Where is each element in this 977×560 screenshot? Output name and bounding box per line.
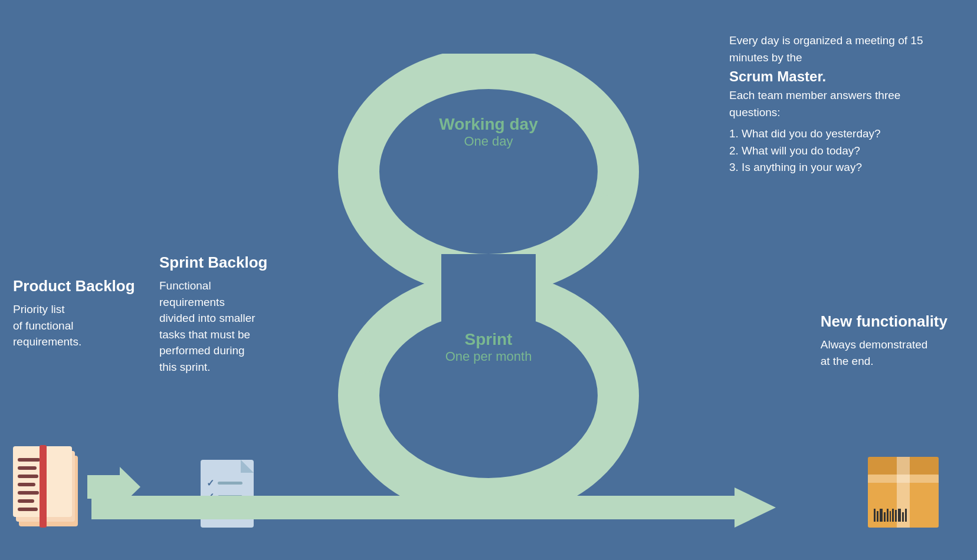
svg-rect-2 [441, 254, 536, 325]
daily-scrum-intro: Every day is organized a meeting of 15 m… [729, 34, 923, 64]
sprint-backlog-text: Sprint Backlog Functionalrequirementsdiv… [159, 253, 267, 375]
daily-scrum-q1: 1. What did you do yesterday? [729, 126, 948, 143]
product-backlog-icon [13, 445, 84, 528]
new-functionality-desc: Always demonstratedat the end. [821, 337, 948, 369]
new-functionality-title: New functionality [821, 312, 948, 331]
sprint-backlog-title: Sprint Backlog [159, 253, 267, 272]
daily-scrum-q3: 3. Is anything in your way? [729, 159, 948, 176]
svg-marker-5 [91, 487, 776, 528]
new-functionality-text: New functionality Always demonstratedat … [821, 312, 948, 369]
sprint-label: Sprint One per month [445, 330, 532, 364]
new-functionality-icon [865, 457, 942, 528]
daily-scrum-sub: Each team member answers three questions… [729, 89, 900, 118]
svg-point-0 [359, 68, 618, 275]
product-backlog-desc: Priority listof functionalrequirements. [13, 301, 135, 350]
daily-scrum-q2: 2. What will you do today? [729, 143, 948, 160]
sprint-backlog-desc: Functionalrequirementsdivided into small… [159, 278, 267, 375]
small-arrow-1 [87, 467, 140, 507]
working-day-label: Working day One day [439, 115, 538, 149]
product-backlog-text: Product Backlog Priority listof function… [13, 277, 135, 350]
product-backlog-title: Product Backlog [13, 277, 135, 295]
flow-arrow [91, 487, 776, 528]
svg-marker-6 [87, 467, 140, 507]
daily-scrum-bold: Scrum Master. [729, 68, 826, 84]
daily-scrum-info: Every day is organized a meeting of 15 m… [729, 32, 948, 176]
